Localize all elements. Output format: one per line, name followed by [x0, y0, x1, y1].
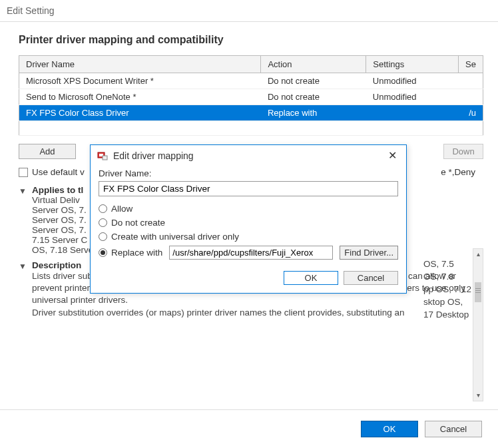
dialog-title: Edit driver mapping	[113, 150, 194, 161]
cell-action: Do not create	[261, 89, 366, 105]
radio-icon	[99, 218, 107, 227]
chevron-down-icon[interactable]: ▼	[19, 262, 27, 271]
section-title: Printer driver mapping and compatibility	[19, 34, 483, 46]
add-button[interactable]: Add	[19, 144, 76, 159]
cell-settings: Unmodified	[366, 73, 459, 89]
os-line: OS, 7.5	[423, 258, 471, 271]
use-default-checkbox[interactable]	[19, 168, 28, 177]
radio-icon	[99, 204, 107, 213]
radio-universal[interactable]: Create with universal driver only	[99, 230, 398, 244]
cell-driver: Microsoft XPS Document Writer *	[19, 73, 261, 89]
os-line: pp OS, 7.12	[423, 284, 471, 296]
table-row-selected[interactable]: FX FPS Color Class Driver Replace with /…	[19, 105, 483, 121]
table-row[interactable]: Microsoft XPS Document Writer * Do not c…	[19, 73, 483, 89]
svg-rect-2	[103, 156, 107, 160]
use-default-label: Use default v	[32, 167, 85, 177]
radio-label: Replace with	[111, 248, 162, 258]
cell-se: /u	[459, 105, 483, 121]
footer-button-bar: OK Cancel	[0, 409, 498, 448]
driver-name-label: Driver Name:	[99, 168, 398, 178]
chevron-down-icon[interactable]: ▼	[19, 186, 27, 196]
cell-settings	[366, 105, 459, 121]
find-driver-button[interactable]: Find Driver...	[340, 246, 398, 260]
deny-text: e *,Deny	[441, 167, 483, 177]
cell-settings: Unmodified	[366, 89, 459, 105]
th-settings[interactable]: Settings	[366, 56, 459, 73]
table-row[interactable]: Send to Microsoft OneNote * Do not creat…	[19, 89, 483, 105]
cell-driver: FX FPS Color Class Driver	[19, 105, 261, 121]
driver-table: Driver Name Action Settings Se Microsoft…	[19, 55, 483, 136]
th-se[interactable]: Se	[459, 56, 483, 73]
scroll-thumb[interactable]	[475, 282, 481, 302]
close-button[interactable]: ✕	[385, 149, 399, 162]
radio-icon-selected	[99, 248, 107, 257]
printer-mapping-icon	[97, 150, 108, 161]
ok-button[interactable]: OK	[361, 421, 418, 437]
radio-label: Do not create	[111, 218, 165, 228]
os-line: sktop OS,	[423, 296, 471, 309]
scroll-up-arrow-icon[interactable]: ▴	[473, 249, 483, 260]
radio-replace-with[interactable]: Replace with Find Driver...	[99, 244, 398, 262]
cell-action: Replace with	[261, 105, 366, 121]
dialog-ok-button[interactable]: OK	[284, 271, 338, 285]
cell-driver: Send to Microsoft OneNote *	[19, 89, 261, 105]
window-title: Edit Setting	[0, 0, 498, 21]
dialog-body: Driver Name: Allow Do not create Create …	[91, 166, 406, 293]
radio-label: Allow	[111, 204, 132, 214]
driver-name-input[interactable]	[99, 181, 398, 196]
os-line: 17 Desktop	[423, 309, 471, 322]
scroll-grip-icon	[475, 290, 481, 291]
table-row-empty[interactable]	[19, 121, 483, 136]
th-driver[interactable]: Driver Name	[19, 56, 261, 73]
edit-driver-mapping-dialog: Edit driver mapping ✕ Driver Name: Allow…	[90, 144, 407, 294]
th-action[interactable]: Action	[261, 56, 366, 73]
dialog-cancel-button[interactable]: Cancel	[344, 271, 398, 285]
radio-do-not-create[interactable]: Do not create	[99, 216, 398, 230]
down-button[interactable]: Down	[443, 144, 483, 159]
radio-label: Create with universal driver only	[111, 232, 239, 242]
right-os-list: OS, 7.5 OS, 7.8 pp OS, 7.12 sktop OS, 17…	[423, 258, 471, 321]
vertical-scrollbar[interactable]: ▴ ▾	[473, 248, 483, 401]
os-line: OS, 7.8	[423, 271, 471, 284]
radio-icon	[99, 232, 107, 241]
cell-action: Do not create	[261, 73, 366, 89]
scroll-down-arrow-icon[interactable]: ▾	[473, 390, 483, 401]
dialog-header: Edit driver mapping ✕	[91, 145, 406, 166]
dialog-button-row: OK Cancel	[99, 271, 398, 285]
cell-se	[459, 89, 483, 105]
radio-allow[interactable]: Allow	[99, 202, 398, 216]
replace-path-input[interactable]	[169, 246, 333, 260]
cell-se	[459, 73, 483, 89]
cancel-button[interactable]: Cancel	[425, 421, 482, 437]
